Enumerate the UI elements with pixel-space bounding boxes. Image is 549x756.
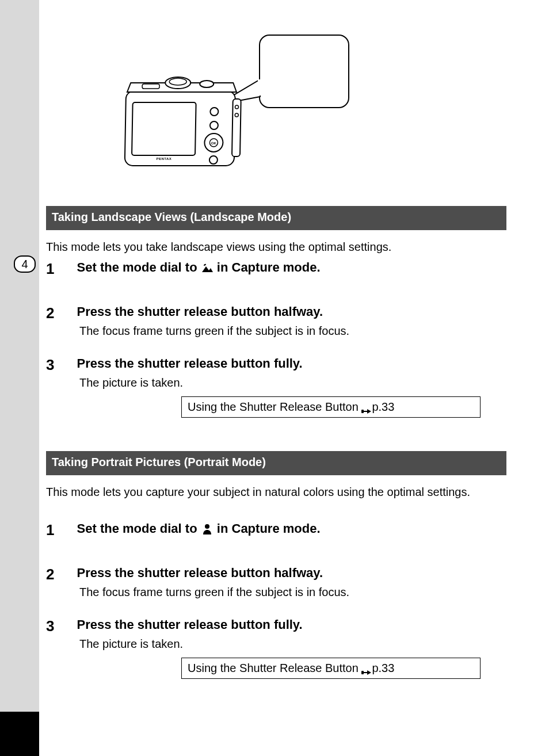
side-tab-black bbox=[0, 712, 39, 756]
step-number: 2 bbox=[46, 564, 74, 585]
svg-rect-16 bbox=[142, 84, 159, 89]
svg-rect-17 bbox=[361, 410, 364, 413]
step-number: 1 bbox=[46, 520, 74, 540]
pointer-hand-icon bbox=[361, 665, 372, 673]
camera-icon: OK PENTAX bbox=[121, 58, 245, 173]
svg-point-15 bbox=[200, 81, 214, 87]
svg-point-4 bbox=[210, 121, 218, 129]
cross-ref-box: Using the Shutter Release Button p.33 bbox=[181, 658, 481, 679]
portrait-step-3: 3 Press the shutter release button fully… bbox=[46, 616, 483, 652]
step-desc: The focus frame turns green if the subje… bbox=[79, 323, 350, 339]
callout-balloon bbox=[259, 35, 349, 108]
landscape-step-2: 2 Press the shutter release button halfw… bbox=[46, 303, 483, 339]
step-title-before: Set the mode dial to bbox=[77, 260, 201, 274]
manual-page: 4 bbox=[0, 0, 549, 756]
svg-text:PENTAX: PENTAX bbox=[156, 157, 171, 161]
chapter-number: 4 bbox=[21, 258, 28, 270]
portrait-cross-ref: Using the Shutter Release Button p.33 bbox=[181, 658, 483, 679]
step-number: 3 bbox=[46, 355, 74, 375]
svg-point-8 bbox=[209, 156, 218, 164]
step-title: Press the shutter release button fully. bbox=[77, 617, 303, 632]
landscape-step-3: 3 Press the shutter release button fully… bbox=[46, 355, 483, 391]
step-title: Set the mode dial to in Capture mode. bbox=[77, 260, 321, 274]
page-content: OK PENTAX bbox=[46, 0, 539, 756]
step-title-after: in Capture mode. bbox=[217, 521, 321, 536]
svg-point-11 bbox=[235, 105, 238, 109]
pointer-hand-icon bbox=[361, 404, 372, 412]
landscape-intro: This mode lets you take landscape views … bbox=[46, 239, 501, 255]
cross-ref-page: p.33 bbox=[372, 662, 394, 674]
portrait-steps: 1 Set the mode dial to in Capture mode. bbox=[46, 520, 483, 679]
landscape-step-1: 1 Set the mode dial to in Capture mode. bbox=[46, 259, 483, 279]
landscape-section-title: Taking Landscape Views (Landscape Mode) bbox=[46, 206, 506, 230]
step-number: 3 bbox=[46, 616, 74, 636]
landscape-cross-ref: Using the Shutter Release Button p.33 bbox=[181, 396, 483, 418]
step-title: Press the shutter release button halfway… bbox=[77, 304, 323, 319]
svg-rect-2 bbox=[132, 102, 196, 155]
portrait-mode-icon bbox=[201, 523, 214, 536]
portrait-section-title: Taking Portrait Pictures (Portrait Mode) bbox=[46, 451, 506, 475]
step-desc: The picture is taken. bbox=[79, 636, 350, 652]
landscape-mode-icon bbox=[201, 262, 214, 274]
step-desc: The picture is taken. bbox=[79, 375, 350, 391]
svg-point-18 bbox=[205, 524, 209, 529]
chapter-number-badge: 4 bbox=[14, 255, 36, 273]
svg-rect-19 bbox=[361, 671, 364, 674]
cross-ref-box: Using the Shutter Release Button p.33 bbox=[181, 396, 481, 418]
step-number: 1 bbox=[46, 259, 74, 279]
step-number: 2 bbox=[46, 303, 74, 323]
step-title: Set the mode dial to in Capture mode. bbox=[77, 521, 321, 536]
side-tab-grey bbox=[0, 0, 39, 712]
portrait-intro: This mode lets you capture your subject … bbox=[46, 484, 501, 500]
cross-ref-text: Using the Shutter Release Button bbox=[188, 400, 359, 413]
svg-text:OK: OK bbox=[211, 142, 217, 145]
svg-point-3 bbox=[210, 108, 218, 116]
step-title-before: Set the mode dial to bbox=[77, 521, 201, 536]
portrait-step-2: 2 Press the shutter release button halfw… bbox=[46, 564, 483, 600]
step-title-after: in Capture mode. bbox=[217, 260, 321, 274]
step-title: Press the shutter release button fully. bbox=[77, 356, 303, 371]
portrait-step-1: 1 Set the mode dial to in Capture mode. bbox=[46, 520, 483, 540]
cross-ref-page: p.33 bbox=[372, 400, 394, 413]
svg-point-14 bbox=[169, 78, 186, 85]
landscape-steps: 1 Set the mode dial to in Capture mode. bbox=[46, 259, 483, 418]
step-title: Press the shutter release button halfway… bbox=[77, 566, 323, 580]
cross-ref-text: Using the Shutter Release Button bbox=[188, 662, 359, 674]
svg-rect-0 bbox=[258, 79, 267, 96]
camera-illustration: OK PENTAX bbox=[121, 35, 351, 196]
step-desc: The focus frame turns green if the subje… bbox=[79, 585, 350, 600]
svg-point-12 bbox=[235, 113, 238, 117]
